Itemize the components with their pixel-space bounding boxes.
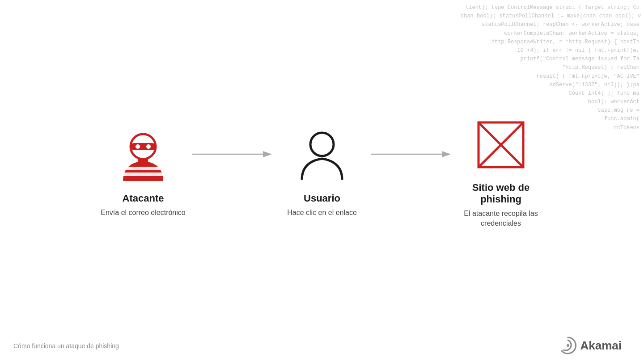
- svg-point-9: [310, 133, 334, 156]
- phishing-title: Sitio web de phishing: [452, 182, 550, 205]
- svg-marker-8: [263, 151, 272, 157]
- actor-phishing: Sitio web de phishing El atacante recopi…: [452, 116, 550, 229]
- svg-rect-4: [123, 167, 163, 170]
- akamai-logo-icon: [558, 336, 578, 355]
- svg-rect-5: [123, 173, 163, 176]
- atacante-desc: Envía el correo electrónico: [101, 208, 185, 218]
- usuario-title: Usuario: [304, 193, 340, 204]
- svg-point-15: [567, 344, 569, 347]
- arrow-1: [192, 147, 273, 161]
- svg-rect-1: [131, 143, 156, 150]
- phishing-desc: El atacante recopila las credenciales: [452, 209, 550, 229]
- arrow-2: [371, 147, 452, 161]
- svg-rect-6: [138, 159, 148, 163]
- atacante-title: Atacante: [123, 193, 164, 204]
- svg-point-2: [136, 144, 140, 149]
- svg-point-3: [146, 144, 151, 149]
- akamai-logo: Akamai: [558, 336, 622, 355]
- main-content: Atacante Envía el correo electrónico Us: [0, 0, 644, 362]
- svg-marker-11: [442, 151, 451, 157]
- usuario-desc: Hace clic en el enlace: [287, 208, 357, 218]
- phishing-icon: [472, 116, 530, 174]
- diagram-row: Atacante Envía el correo electrónico Us: [94, 116, 550, 229]
- caption: Cómo funciona un ataque de phishing: [13, 342, 119, 349]
- user-icon: [293, 126, 351, 185]
- actor-atacante: Atacante Envía el correo electrónico: [94, 126, 192, 218]
- akamai-logo-text: Akamai: [580, 339, 622, 353]
- hacker-icon: [114, 126, 172, 185]
- actor-usuario: Usuario Hace clic en el enlace: [273, 126, 371, 218]
